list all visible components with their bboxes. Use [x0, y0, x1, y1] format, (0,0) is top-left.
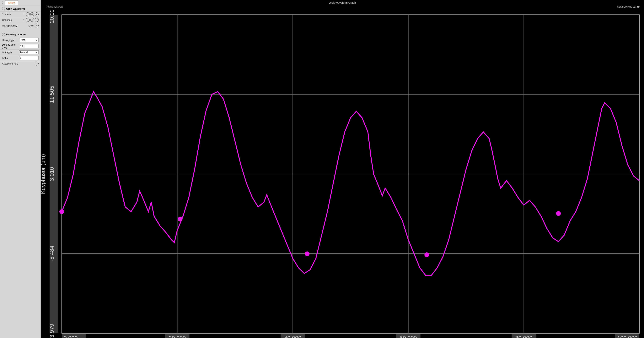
keyphasor-marker [556, 211, 561, 216]
display-time-label: Display time (ms) [2, 44, 19, 49]
row-transparency: Transparency OFF [0, 23, 40, 28]
chart-info-row: ROTATION: CW SENSOR ANGLE: 45° [41, 5, 644, 10]
transparency-dropdown-button[interactable] [35, 24, 38, 28]
y-tick-label: 20.000 [49, 10, 55, 23]
section-drawing-options-header[interactable]: Drawing Options [0, 31, 40, 37]
rotation-text: ROTATION: CW [46, 6, 63, 8]
controls-decrement-button[interactable] [26, 12, 30, 16]
columns-increment-button[interactable] [30, 18, 34, 22]
columns-decrement-button[interactable] [26, 18, 30, 22]
tick-type-label: Tick type [2, 51, 19, 54]
collapse-icon [2, 33, 5, 36]
controls-increment-button[interactable] [30, 12, 34, 16]
columns-value: 1 [21, 19, 25, 22]
row-tick-type: Tick type Manual [0, 49, 40, 55]
section-title: Drawing Options [6, 33, 26, 36]
controls-value: 1 [21, 13, 25, 16]
autoscale-hold-toggle[interactable] [35, 62, 38, 66]
keyphasor-marker [60, 209, 64, 214]
x-tick-label: 0.000 [64, 335, 78, 338]
tick-type-select[interactable]: Manual [19, 50, 38, 54]
autoscale-hold-label: Autoscale hold [2, 62, 35, 65]
x-tick-label: 20.000 [169, 335, 186, 338]
chevron-left-icon [2, 1, 3, 4]
chart-panel: Orbit Waveform Graph ROTATION: CW SENSOR… [41, 0, 644, 338]
y-tick-label: -5.484 [49, 246, 55, 262]
x-tick-label: 100.000 [617, 335, 638, 338]
ticks-input[interactable] [19, 56, 38, 60]
columns-dropdown-button[interactable] [35, 18, 38, 22]
tab-bar: Widget [0, 0, 40, 5]
row-ticks: Ticks [0, 55, 40, 61]
row-history-type: History type Time [0, 37, 40, 43]
transparency-label: Transparency [2, 24, 28, 27]
history-type-label: History type [2, 39, 19, 42]
controls-label: Controls [2, 13, 21, 16]
section-orbit-waveform-header[interactable]: Orbit Waveform [0, 5, 40, 12]
y-axis-label: Keyphasor (um) [41, 154, 46, 194]
keyphasor-marker [305, 251, 310, 256]
app-root: Widget Orbit Waveform Controls 1 Columns… [0, 0, 644, 338]
row-columns: Columns 1 [0, 17, 40, 23]
row-display-time: Display time (ms) [0, 43, 40, 49]
sidebar: Widget Orbit Waveform Controls 1 Columns… [0, 0, 41, 338]
x-tick-label: 80.000 [515, 335, 532, 338]
columns-label: Columns [2, 19, 21, 22]
history-type-select[interactable]: Time [19, 38, 38, 42]
sensor-angle-text: SENSOR ANGLE: 45° [617, 6, 640, 8]
y-tick-label: 11.505 [49, 86, 55, 103]
keyphasor-marker [178, 217, 182, 221]
x-tick-label: 40.000 [284, 335, 301, 338]
waveform-chart[interactable]: 0.00020.00040.00060.00080.000100.000-13.… [41, 10, 644, 338]
row-autoscale-hold: Autoscale hold [0, 61, 40, 66]
keyphasor-marker [424, 252, 429, 257]
y-tick-label: -13.979 [49, 324, 55, 338]
y-tick-label: 3.010 [49, 167, 55, 181]
back-button[interactable] [0, 0, 5, 5]
x-tick-label: 60.000 [400, 335, 417, 338]
collapse-icon [2, 7, 5, 10]
section-title: Orbit Waveform [6, 7, 25, 10]
tab-widget[interactable]: Widget [5, 1, 18, 5]
controls-dropdown-button[interactable] [35, 12, 38, 16]
chart-body[interactable]: 0.00020.00040.00060.00080.000100.000-13.… [41, 10, 644, 338]
chart-title: Orbit Waveform Graph [41, 0, 644, 5]
display-time-input[interactable] [19, 44, 38, 48]
waveform-trace [62, 92, 639, 275]
transparency-value: OFF [28, 24, 34, 27]
row-controls: Controls 1 [0, 12, 40, 17]
ticks-label: Ticks [2, 57, 19, 60]
